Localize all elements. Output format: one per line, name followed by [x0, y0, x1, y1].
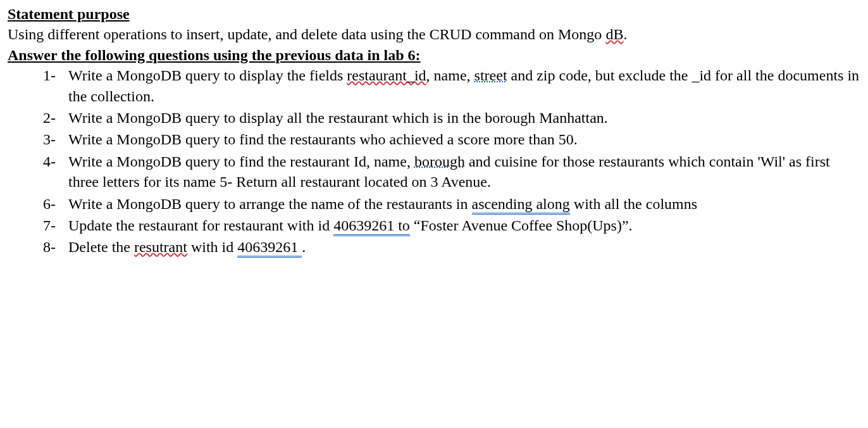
q7-text-c: “Foster Avenue Coffee Shop(Ups)”. [410, 217, 633, 234]
question-3: 3- Write a MongoDB query to find the res… [43, 129, 860, 149]
q6-text-c: with all the columns [570, 196, 697, 212]
q2-text: Write a MongoDB query to display all the… [68, 110, 608, 126]
q1-street: street [474, 67, 507, 84]
q8-id: 40639261 [237, 239, 302, 258]
item-number: 8- [43, 237, 56, 257]
q3-text: Write a MongoDB query to find the restau… [68, 131, 578, 148]
question-2: 2- Write a MongoDB query to display all … [43, 108, 860, 128]
q8-resutrant: resutrant [134, 239, 187, 255]
item-number: 6- [43, 194, 56, 214]
q6-ascending-along: ascending along [472, 196, 570, 215]
question-8: 8- Delete the resutrant with id 40639261… [43, 237, 860, 257]
q4-text-a: Write a MongoDB query to find the restau… [68, 153, 414, 170]
q7-text-a: Update the restaurant for restaurant wit… [68, 217, 333, 234]
question-7: 7- Update the restaurant for restaurant … [43, 215, 860, 236]
q8-text-a: Delete the [68, 239, 134, 255]
heading-answer-questions: Answer the following questions using the… [8, 45, 860, 65]
question-1: 1- Write a MongoDB query to display the … [43, 65, 860, 106]
item-number: 7- [43, 215, 56, 236]
q1-restaurant-id: restaurant_id [347, 67, 426, 84]
q8-text-e: . [302, 239, 306, 255]
item-number: 3- [43, 129, 56, 149]
q8-text-c: with id [187, 239, 237, 255]
item-number: 4- [43, 151, 56, 172]
intro-paragraph: Using different operations to insert, up… [8, 24, 860, 44]
heading-statement-purpose: Statement purpose [8, 4, 860, 24]
q1-text-c: , name, [426, 67, 474, 84]
q7-id-to: 40639261 to [333, 217, 410, 236]
question-4: 4- Write a MongoDB query to find the res… [43, 151, 860, 192]
intro-spell-db: dB [605, 26, 623, 42]
item-number: 1- [43, 65, 56, 85]
item-number: 2- [43, 108, 56, 128]
q6-text-a: Write a MongoDB query to arrange the nam… [68, 196, 472, 212]
question-list: 1- Write a MongoDB query to display the … [8, 65, 860, 258]
intro-text-3: . [623, 26, 627, 42]
intro-text-1: Using different operations to insert, up… [8, 26, 605, 42]
q1-text-a: Write a MongoDB query to display the fie… [68, 67, 347, 84]
question-6: 6- Write a MongoDB query to arrange the … [43, 194, 860, 214]
q4-borough: borough [414, 153, 465, 170]
